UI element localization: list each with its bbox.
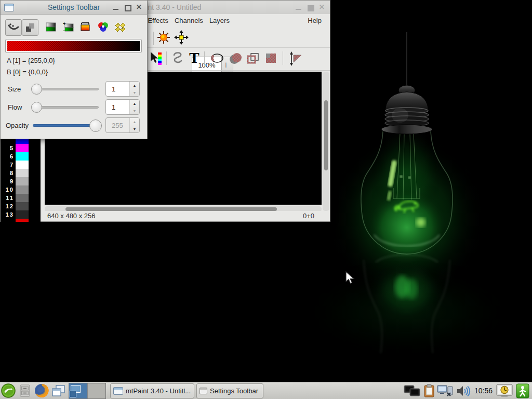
palette-entry[interactable]: 7	[1, 161, 41, 169]
workspace-2[interactable]	[87, 383, 105, 398]
menu-effects[interactable]: Effects	[144, 14, 171, 28]
settings-toolbar-window: Settings Toolbar ✕	[0, 0, 148, 139]
colour-selective-mode-button[interactable]	[78, 20, 92, 34]
place-gradient-tool-icon[interactable]	[287, 50, 304, 67]
tint-mode-icon	[45, 21, 57, 33]
transform-colour-icon[interactable]	[156, 30, 171, 45]
palette-swatch[interactable]	[16, 210, 29, 219]
svg-text:−: −	[63, 28, 65, 33]
size-slider-thumb[interactable]	[31, 84, 42, 95]
pan-window-icon[interactable]	[174, 30, 189, 45]
opacity-label: Opacity	[6, 122, 29, 129]
file-manager-launcher[interactable]	[17, 383, 33, 398]
firefox-launcher[interactable]	[34, 383, 49, 398]
blend-mode-button[interactable]	[96, 20, 110, 34]
horizontal-scrollbar-thumb[interactable]	[65, 207, 277, 211]
filled-rectangle-tool-icon[interactable]	[262, 50, 280, 67]
palette-swatch[interactable]	[16, 152, 29, 161]
svg-text:T: T	[189, 50, 200, 66]
clock[interactable]: 10:56	[473, 387, 494, 395]
time-tracker-tray-icon[interactable]	[496, 383, 513, 398]
opacity-slider-track[interactable]	[33, 124, 96, 127]
start-menu-button[interactable]	[1, 383, 16, 398]
size-spinbox[interactable]: 1 ▲▼	[105, 81, 140, 97]
task-button-settings-toolbar[interactable]: Settings Toolbar	[196, 383, 263, 398]
filled-ellipse-tool-icon[interactable]	[227, 50, 245, 67]
palette-entry[interactable]: 11	[1, 194, 41, 202]
palette-entry[interactable]: 5	[1, 144, 41, 152]
blend-mode-icon	[97, 21, 109, 33]
undo-status: 0+0	[303, 212, 314, 220]
continuous-mode-button[interactable]	[5, 19, 22, 36]
vertical-scrollbar[interactable]	[323, 72, 329, 211]
palette-swatch[interactable]	[16, 202, 29, 210]
colour-a-label: A [1] = {255,0,0}	[7, 57, 55, 64]
close-button[interactable]: ✕	[136, 4, 143, 11]
flow-slider-thumb[interactable]	[31, 102, 42, 113]
pattern-mode-icon	[114, 21, 126, 33]
palette-swatch[interactable]	[16, 219, 29, 222]
palette-swatch[interactable]	[16, 161, 29, 169]
task-button-mtpaint[interactable]: mtPaint 3.40 - Untitl...	[110, 383, 194, 398]
desktop: mtPaint 3.40 - Untitled ✕ File Edit View…	[0, 0, 532, 399]
palette-swatch[interactable]	[16, 144, 29, 152]
palette-entry[interactable]: 6	[1, 152, 41, 161]
flow-slider-track[interactable]	[32, 106, 99, 109]
palette-entry[interactable]	[1, 219, 41, 222]
maximize-button[interactable]	[124, 4, 131, 11]
lasso-tool-icon[interactable]	[170, 50, 185, 67]
palette-swatch[interactable]	[16, 177, 29, 185]
palette-swatch[interactable]	[16, 185, 29, 194]
clipboard-tray-icon[interactable]	[423, 384, 435, 398]
firefox-icon	[34, 383, 49, 398]
palette-entry[interactable]: 13	[1, 210, 41, 219]
file-cabinet-icon	[18, 383, 32, 398]
menu-channels[interactable]: Channels	[171, 14, 206, 28]
window-icon	[113, 387, 123, 395]
pattern-mode-button[interactable]	[113, 20, 127, 34]
select-colour-tool-icon[interactable]	[148, 50, 163, 67]
palette-entry[interactable]: 8	[1, 169, 41, 177]
palette-entry[interactable]: 9	[1, 177, 41, 185]
minimize-button[interactable]	[112, 4, 119, 11]
tint-plus-minus-button[interactable]: + −	[62, 20, 75, 34]
palette-entry[interactable]: 10	[1, 185, 41, 194]
workspace-1[interactable]	[69, 383, 87, 398]
minimize-button[interactable]	[295, 4, 302, 11]
spin-up-icon[interactable]: ▲	[130, 100, 139, 107]
palette-swatch[interactable]	[16, 194, 29, 202]
palette-swatch[interactable]	[16, 169, 29, 177]
gradient-preview-button[interactable]	[5, 39, 142, 53]
volume-tray-icon[interactable]	[456, 384, 471, 398]
close-button[interactable]: ✕	[319, 4, 326, 11]
taskbar: mtPaint 3.40 - Untitl... Settings Toolba…	[0, 382, 532, 399]
ellipse-outline-tool-icon[interactable]	[208, 50, 226, 67]
spin-down-icon[interactable]: ▼	[130, 89, 139, 96]
opacity-mode-icon	[24, 21, 36, 34]
vertical-scrollbar-thumb[interactable]	[324, 100, 328, 170]
opacity-slider-thumb[interactable]	[89, 119, 102, 132]
colour-b-label: B [0] = {0,0,0}	[7, 68, 48, 76]
opacity-mode-button[interactable]	[22, 19, 38, 36]
tint-mode-button[interactable]	[44, 20, 58, 34]
workspace-pager[interactable]	[69, 383, 106, 399]
settings-titlebar[interactable]: Settings Toolbar ✕	[1, 1, 147, 15]
palette-entry[interactable]: 12	[1, 202, 41, 210]
size-slider-track[interactable]	[32, 88, 99, 90]
menu-help[interactable]: Help	[304, 14, 325, 28]
remote-displays-tray-icon[interactable]	[404, 384, 421, 398]
maximize-button[interactable]	[307, 4, 314, 11]
spin-down-icon[interactable]: ▼	[130, 107, 139, 114]
spin-up-icon[interactable]: ▲	[130, 118, 139, 125]
spin-down-icon[interactable]: ▼	[130, 125, 139, 132]
logout-tray-icon[interactable]	[515, 383, 530, 398]
opacity-spinbox[interactable]: 255 ▲▼	[105, 117, 140, 133]
text-tool-icon[interactable]: T	[187, 50, 202, 67]
window-list-launcher[interactable]	[50, 383, 66, 398]
network-computer-tray-icon[interactable]	[437, 384, 454, 398]
flow-spinbox[interactable]: 1 ▲▼	[105, 99, 140, 115]
suse-geeko-icon	[1, 383, 16, 398]
spin-up-icon[interactable]: ▲	[130, 82, 139, 89]
outline-rectangle-tool-icon[interactable]	[245, 50, 262, 67]
menu-layers[interactable]: Layers	[206, 14, 233, 28]
